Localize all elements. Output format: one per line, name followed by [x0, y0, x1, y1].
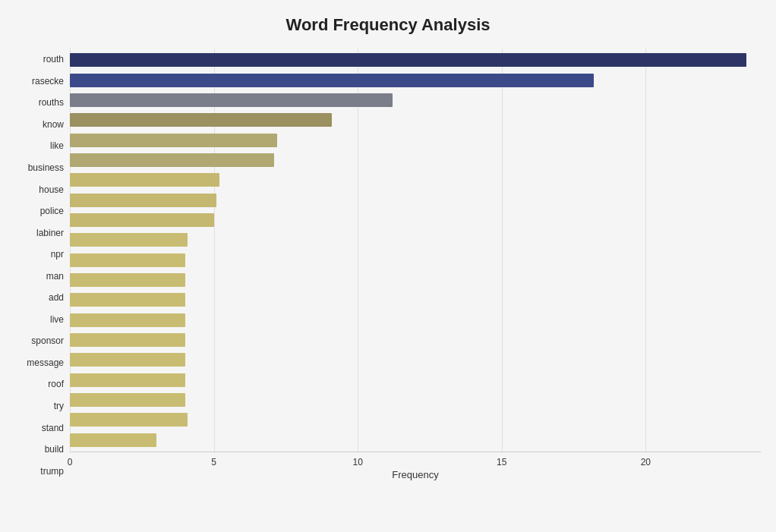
bars-list: [70, 49, 761, 452]
bar: [70, 413, 188, 427]
bar-row: [70, 152, 761, 168]
y-label: message: [27, 353, 64, 373]
bar-row: [70, 291, 761, 308]
y-label: man: [46, 266, 64, 286]
bar-row: [70, 52, 761, 68]
y-label: roof: [48, 374, 64, 394]
bar-row: [70, 112, 761, 128]
y-label: npr: [51, 244, 64, 264]
bar: [70, 253, 185, 267]
y-label: build: [45, 439, 64, 459]
y-label: like: [50, 136, 64, 156]
bar: [70, 173, 219, 187]
bar: [70, 93, 393, 107]
bar-row: [70, 332, 761, 348]
x-tick: 20: [641, 457, 651, 467]
bar: [70, 333, 185, 347]
bar: [70, 233, 188, 247]
y-label: rouths: [39, 93, 64, 112]
bar: [70, 373, 185, 387]
bar: [70, 213, 214, 227]
y-axis: routhraseckerouthsknowlikebusinesshousep…: [15, 49, 70, 482]
y-label: police: [40, 201, 64, 221]
bar-row: [70, 212, 761, 228]
bar-row: [70, 372, 761, 389]
bar-row: [70, 92, 761, 109]
y-label: trump: [40, 461, 64, 481]
y-label: sponsor: [31, 331, 64, 351]
y-label: know: [43, 115, 64, 134]
bar: [70, 433, 156, 447]
bar-row: [70, 172, 761, 188]
bar-row: [70, 192, 761, 209]
bar-row: [70, 252, 761, 269]
y-label: try: [54, 396, 64, 416]
bar-row: [70, 432, 761, 449]
bar: [70, 393, 185, 407]
bar-row: [70, 312, 761, 329]
bar: [70, 53, 746, 67]
bar: [70, 293, 185, 307]
bar: [70, 113, 332, 127]
bar: [70, 273, 185, 287]
x-tick: 10: [352, 457, 362, 467]
x-tick: 5: [211, 457, 216, 467]
chart-area: routhraseckerouthsknowlikebusinesshousep…: [15, 49, 761, 482]
bar-row: [70, 411, 761, 428]
bar: [70, 74, 594, 87]
y-label: live: [50, 310, 64, 329]
chart-title: Word Frequency Analysis: [15, 8, 761, 49]
chart-container: Word Frequency Analysis routhraseckerout…: [0, 0, 776, 532]
bar-row: [70, 231, 761, 248]
bar: [70, 194, 216, 207]
x-axis-label: Frequency: [70, 469, 761, 480]
y-label: rasecke: [32, 71, 64, 91]
y-label: labiner: [36, 223, 64, 243]
bar: [70, 313, 185, 327]
bar-row: [70, 392, 761, 408]
y-label: house: [39, 180, 64, 200]
y-label: stand: [42, 418, 64, 438]
bar-row: [70, 72, 761, 89]
y-label: routh: [43, 49, 64, 69]
bars-area: [70, 49, 761, 452]
x-axis: Frequency 05101520: [70, 452, 761, 482]
bar-row: [70, 132, 761, 149]
bar-row: [70, 272, 761, 288]
bar-row: [70, 351, 761, 368]
x-tick: 15: [497, 457, 506, 467]
y-label: business: [28, 158, 64, 178]
bar: [70, 153, 274, 167]
y-label: add: [49, 288, 64, 307]
bar: [70, 134, 277, 147]
x-tick: 0: [68, 457, 73, 467]
bar: [70, 353, 185, 367]
bars-and-xaxis: Frequency 05101520: [70, 49, 761, 482]
